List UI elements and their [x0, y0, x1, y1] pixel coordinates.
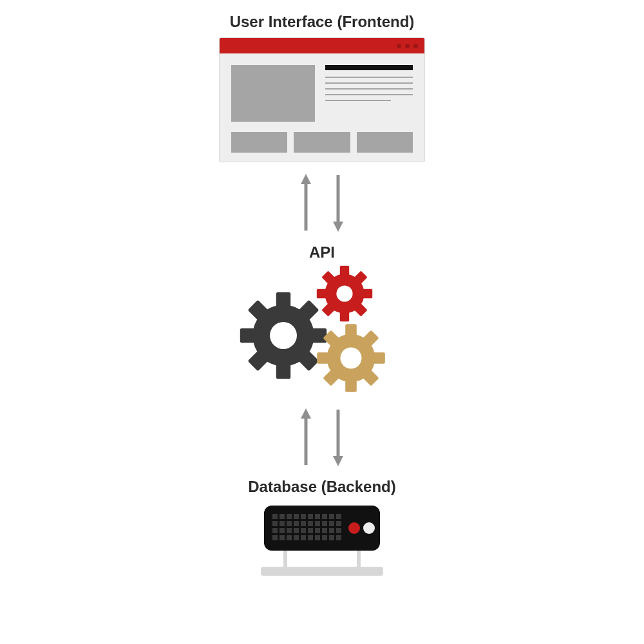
svg-rect-58 — [336, 521, 341, 526]
svg-point-33 — [341, 348, 362, 369]
api-label: API — [309, 243, 335, 261]
svg-point-80 — [363, 522, 375, 534]
bidirectional-arrows — [299, 408, 345, 466]
card-placeholder-icon — [294, 132, 350, 153]
arrow-down-icon — [332, 174, 345, 232]
window-dot-icon — [413, 44, 418, 48]
gear-gold-icon — [316, 323, 386, 393]
svg-rect-74 — [308, 535, 313, 540]
svg-point-23 — [270, 322, 297, 349]
svg-rect-77 — [329, 535, 334, 540]
svg-rect-46 — [322, 514, 327, 519]
svg-rect-81 — [283, 551, 287, 569]
svg-rect-41 — [287, 514, 292, 519]
bidirectional-arrows — [299, 174, 345, 232]
browser-titlebar — [220, 38, 424, 53]
svg-rect-73 — [301, 535, 306, 540]
svg-rect-47 — [329, 514, 334, 519]
text-placeholder-block — [325, 65, 413, 122]
svg-rect-64 — [308, 528, 313, 533]
text-line-icon — [325, 94, 413, 95]
svg-rect-53 — [301, 521, 306, 526]
svg-rect-51 — [287, 521, 292, 526]
text-line-icon — [325, 77, 413, 78]
text-line-icon — [325, 88, 413, 90]
gear-dark-icon — [238, 290, 328, 381]
svg-point-79 — [348, 522, 360, 534]
svg-rect-49 — [272, 521, 278, 526]
window-dot-icon — [405, 44, 410, 48]
window-dot-icon — [397, 44, 401, 48]
svg-rect-50 — [279, 521, 285, 526]
arrow-up-icon — [299, 408, 312, 466]
svg-rect-78 — [336, 535, 341, 540]
svg-rect-42 — [294, 514, 299, 519]
card-placeholder-icon — [357, 132, 413, 153]
svg-rect-69 — [272, 535, 278, 540]
svg-rect-45 — [315, 514, 320, 519]
svg-rect-65 — [315, 528, 320, 533]
svg-rect-66 — [322, 528, 327, 533]
svg-rect-57 — [329, 521, 334, 526]
svg-rect-48 — [336, 514, 341, 519]
svg-rect-43 — [301, 514, 306, 519]
svg-rect-76 — [322, 535, 327, 540]
image-placeholder-icon — [231, 65, 315, 122]
svg-rect-63 — [301, 528, 306, 533]
heading-line-icon — [325, 65, 413, 70]
svg-rect-83 — [261, 567, 383, 576]
svg-marker-1 — [301, 174, 311, 184]
text-line-icon — [325, 82, 413, 84]
svg-rect-55 — [315, 521, 320, 526]
browser-window-icon — [219, 37, 425, 162]
svg-rect-67 — [329, 528, 334, 533]
svg-rect-68 — [336, 528, 341, 533]
svg-rect-60 — [279, 528, 285, 533]
svg-rect-54 — [308, 521, 313, 526]
backend-label: Database (Backend) — [248, 478, 395, 496]
svg-rect-56 — [322, 521, 327, 526]
gears-icon — [238, 268, 406, 397]
svg-rect-44 — [308, 514, 313, 519]
svg-rect-40 — [279, 514, 285, 519]
svg-rect-39 — [272, 514, 278, 519]
svg-rect-71 — [287, 535, 292, 540]
svg-marker-3 — [333, 222, 343, 232]
card-placeholder-icon — [231, 132, 287, 153]
svg-rect-52 — [294, 521, 299, 526]
server-icon — [248, 502, 396, 580]
svg-rect-59 — [272, 528, 278, 533]
svg-point-13 — [336, 285, 352, 301]
svg-rect-82 — [357, 551, 361, 569]
svg-rect-75 — [315, 535, 320, 540]
svg-rect-62 — [294, 528, 299, 533]
svg-rect-70 — [279, 535, 285, 540]
frontend-label: User Interface (Frontend) — [230, 13, 415, 31]
arrow-up-icon — [299, 174, 312, 232]
arrow-down-icon — [332, 408, 345, 466]
svg-marker-37 — [333, 456, 343, 466]
svg-marker-35 — [301, 408, 311, 419]
svg-rect-72 — [294, 535, 299, 540]
svg-rect-61 — [287, 528, 292, 533]
browser-body — [220, 53, 424, 162]
text-line-icon — [325, 100, 391, 101]
